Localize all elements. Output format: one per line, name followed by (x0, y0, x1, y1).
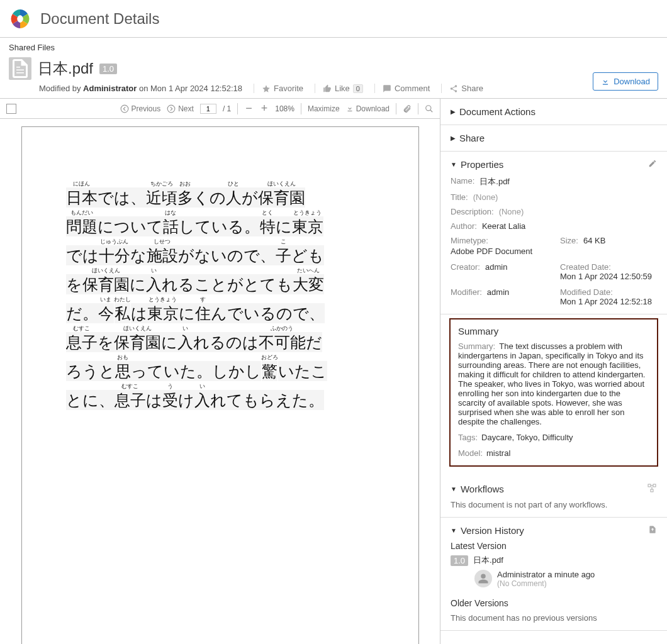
breadcrumb[interactable]: Shared Files (0, 38, 667, 55)
document-header: 日本.pdf 1.0 Modified by Administrator on … (0, 55, 667, 99)
pdf-page: にほん日本では、ちかごろ近頃おお多くのひと人がほいくえん保育園もんだい問題につい… (21, 126, 419, 644)
svg-point-1 (167, 105, 175, 113)
older-versions-label: Older Versions (451, 598, 657, 608)
chevron-down-icon[interactable]: ▼ (451, 527, 457, 534)
star-icon (262, 84, 271, 93)
latest-version-author: Administrator a minute ago (497, 570, 595, 579)
svg-point-0 (121, 105, 128, 113)
prop-created: Mon 1 Apr 2024 12:50:59 (560, 272, 652, 281)
attachment-icon[interactable] (403, 104, 412, 113)
thumbs-up-icon (323, 84, 332, 93)
viewer-download-button[interactable]: Download (346, 104, 390, 113)
zoom-out-button[interactable]: − (244, 102, 254, 115)
search-icon[interactable] (425, 104, 434, 113)
page-title: Document Details (40, 10, 159, 28)
app-logo (9, 8, 31, 30)
summary-title: Summary (458, 326, 649, 336)
section-version-history: ▼ Version History Latest Version 1.0 日本.… (440, 518, 667, 631)
side-panel: ▶Document Actions ▶Share ▼ Properties Na… (440, 99, 667, 644)
workflows-empty-text: This document is not part of any workflo… (451, 500, 657, 509)
file-type-icon (9, 57, 31, 80)
chevron-down-icon[interactable]: ▼ (451, 161, 457, 168)
prop-creator: admin (485, 262, 507, 272)
comment-button[interactable]: Comment (374, 84, 430, 93)
prop-modifier: admin (487, 287, 509, 297)
upload-version-icon[interactable] (648, 525, 657, 536)
summary-tags: Daycare, Tokyo, Difficulty (481, 433, 573, 442)
viewer-pane: Previous Next / 1 − + 108% Maximize Down… (0, 99, 440, 644)
previous-page-button[interactable]: Previous (120, 104, 161, 113)
like-button[interactable]: Like 0 (315, 84, 363, 93)
comment-icon (383, 84, 391, 93)
sidebar-toggle[interactable] (6, 104, 16, 114)
prop-size: 64 KB (583, 236, 605, 245)
section-workflows: ▼ Workflows This document is not part of… (440, 475, 667, 518)
section-share[interactable]: ▶Share (440, 125, 667, 152)
edit-icon[interactable] (648, 159, 657, 170)
svg-rect-3 (648, 484, 651, 487)
prop-modified: Mon 1 Apr 2024 12:52:18 (560, 297, 652, 306)
section-document-actions[interactable]: ▶Document Actions (440, 99, 667, 125)
latest-version-name[interactable]: 日本.pdf (473, 555, 503, 566)
zoom-in-button[interactable]: + (260, 102, 269, 115)
summary-model: mistral (486, 448, 510, 458)
maximize-button[interactable]: Maximize (308, 104, 340, 113)
version-badge: 1.0 (99, 64, 117, 74)
page-input[interactable] (200, 104, 216, 114)
like-count: 0 (353, 84, 363, 93)
latest-version-label: Latest Version (451, 541, 657, 551)
older-versions-empty: This document has no previous versions (451, 613, 657, 623)
document-name: 日本.pdf (38, 58, 93, 79)
latest-version-badge: 1.0 (451, 555, 468, 566)
download-button[interactable]: Download (593, 72, 658, 91)
zoom-level: 108% (275, 104, 294, 113)
svg-rect-4 (653, 484, 656, 487)
page-total: / 1 (223, 104, 231, 113)
content-area: Previous Next / 1 − + 108% Maximize Down… (0, 99, 667, 644)
workflow-icon[interactable] (647, 483, 657, 495)
summary-text: The text discusses a problem with kinder… (458, 341, 645, 426)
svg-point-2 (426, 105, 431, 110)
chevron-right-icon: ▶ (451, 135, 456, 142)
prop-mimetype: Adobe PDF Document (451, 247, 547, 256)
download-icon (346, 105, 354, 113)
favorite-button[interactable]: Favorite (254, 84, 303, 93)
arrow-right-circle-icon (167, 104, 176, 113)
share-button[interactable]: Share (441, 84, 483, 93)
modified-text: Modified by Administrator on Mon 1 Apr 2… (39, 84, 242, 93)
summary-box: Summary Summary:The text discusses a pro… (449, 318, 658, 467)
chevron-down-icon[interactable]: ▼ (451, 486, 457, 492)
share-icon (449, 84, 458, 93)
prop-name: 日本.pdf (479, 176, 510, 187)
section-properties: ▼ Properties Name:日本.pdf Title:(None) De… (440, 152, 667, 314)
prop-author: Keerat Lalia (482, 221, 525, 231)
avatar-icon (474, 570, 492, 587)
viewer-toolbar: Previous Next / 1 − + 108% Maximize Down… (0, 99, 440, 119)
app-header: Document Details (0, 0, 667, 38)
chevron-right-icon: ▶ (451, 108, 456, 115)
next-page-button[interactable]: Next (167, 104, 194, 113)
svg-rect-5 (651, 489, 653, 492)
latest-version-nocomment: (No Comment) (497, 579, 595, 588)
arrow-left-circle-icon (120, 104, 129, 113)
prop-title: (None) (473, 192, 498, 202)
download-icon (601, 77, 610, 86)
prop-description: (None) (499, 207, 524, 216)
